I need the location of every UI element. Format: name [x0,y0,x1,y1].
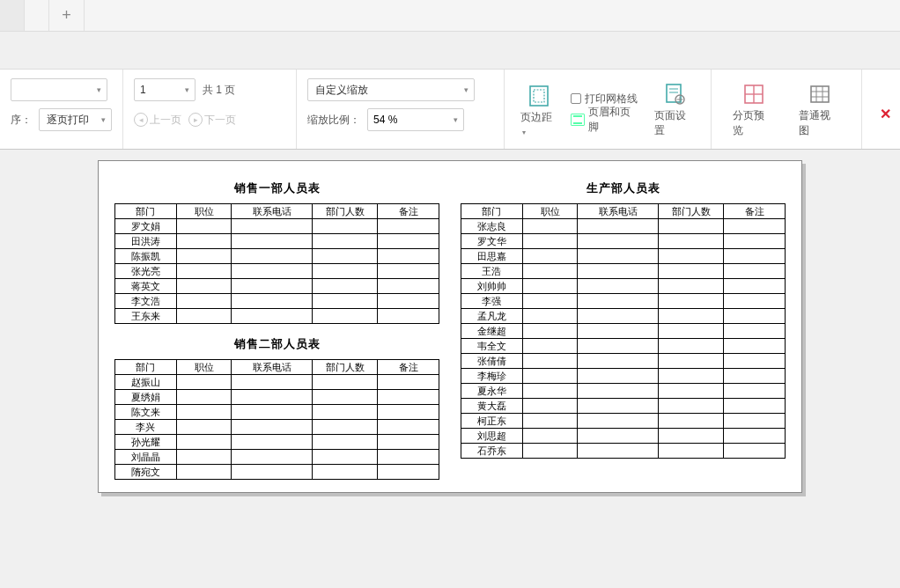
cell-empty [522,339,578,354]
next-page-button[interactable]: ▸ 下一页 [188,113,236,128]
unnamed-select[interactable]: ▾ [11,78,107,101]
prev-page-button[interactable]: ◂ 上一页 [134,113,181,128]
cell-empty [724,354,786,369]
chevron-down-icon: ▾ [96,115,106,124]
cell-name: 张志良 [461,219,523,234]
tab-active-blank[interactable] [0,0,25,31]
cell-empty [378,264,439,279]
cell-empty [232,390,313,405]
table-row: 柯正东 [461,414,786,429]
table-row: 石乔东 [461,444,786,459]
cell-empty [313,420,378,435]
cell-name: 蒋英文 [115,279,177,294]
tab-blank-2[interactable] [25,0,49,31]
cell-empty [176,375,232,390]
cell-empty [578,324,659,339]
cell-empty [578,399,659,414]
pagebreak-preview-button[interactable]: 分页预览 [724,78,783,140]
cell-empty [522,369,578,384]
table-row: 蒋英文 [115,279,439,294]
table-row: 陈振凯 [115,249,439,264]
cell-empty [659,234,724,249]
cell-empty [378,450,439,465]
cell-empty [522,324,578,339]
normal-view-button[interactable]: 普通视图 [790,78,849,140]
sales1-table: 部门职位联系电话部门人数备注 罗文娟田洪涛陈振凯张光亮蒋英文李文浩王东来 [114,203,439,324]
cell-empty [313,249,378,264]
table-row: 陈文来 [115,405,439,420]
cell-empty [176,309,232,324]
cell-empty [378,279,439,294]
new-tab-button[interactable]: + [49,0,85,31]
cell-name: 刘帅帅 [461,279,523,294]
cell-empty [313,234,378,249]
close-preview-button[interactable]: ✕ [871,95,900,124]
cell-empty [522,384,578,399]
cell-empty [378,420,439,435]
table-row: 隋宛文 [115,465,439,480]
cell-name: 韦全文 [461,339,523,354]
cell-empty [232,420,313,435]
cell-empty [176,294,232,309]
table-row: 罗文华 [461,234,786,249]
cell-empty [232,450,313,465]
table-row: 孙光耀 [115,435,439,450]
cell-empty [522,354,578,369]
cell-empty [378,234,439,249]
page-number-input[interactable]: 1 ▾ [134,78,195,101]
table-row: 夏绣娟 [115,390,439,405]
cell-empty [378,375,439,390]
zoom-mode-select[interactable]: 自定义缩放 ▾ [307,78,475,101]
table-header: 部门 [115,360,177,375]
print-order-select[interactable]: 逐页打印 ▾ [39,108,112,131]
cell-name: 孙光耀 [115,435,177,450]
cell-empty [724,369,786,384]
cell-empty [724,324,786,339]
header-footer-button[interactable]: 页眉和页脚 [571,111,639,129]
table-header: 备注 [378,204,439,219]
cell-empty [724,429,786,444]
plus-icon: + [62,6,71,25]
table-row: 罗文娟 [115,219,439,234]
table-header: 备注 [378,360,439,375]
margins-button[interactable]: 页边距▾ [512,80,565,139]
table-header: 职位 [176,360,232,375]
table-header: 职位 [176,204,232,219]
cell-empty [578,369,659,384]
cell-empty [724,249,786,264]
cell-empty [659,399,724,414]
chevron-down-icon: ▾ [185,85,189,94]
cell-empty [522,429,578,444]
cell-empty [578,414,659,429]
table-header: 职位 [522,204,578,219]
cell-empty [522,234,578,249]
cell-empty [232,279,313,294]
chevron-down-icon: ▾ [522,129,526,136]
zoom-percent-input[interactable]: 54 % ▾ [367,108,464,131]
cell-empty [578,429,659,444]
zoom-ratio-label: 缩放比例： [307,113,360,128]
cell-empty [659,414,724,429]
chevron-down-icon: ▾ [459,85,468,94]
svg-rect-1 [534,90,544,102]
table-row: 刘晶晶 [115,450,439,465]
cell-name: 李兴 [115,420,177,435]
page-setup-button[interactable]: 页面设置 [645,78,705,140]
table-row: 李梅珍 [461,369,786,384]
table-row: 田思嘉 [461,249,786,264]
cell-name: 王浩 [461,264,523,279]
tab-bar: + [0,0,900,32]
cell-name: 刘思超 [461,429,523,444]
cell-empty [313,405,378,420]
sales1-title: 销售一部人员表 [114,180,439,196]
cell-empty [578,294,659,309]
page-setup-icon [662,82,687,107]
chevron-down-icon: ▾ [454,115,458,124]
print-order-value: 逐页打印 [47,113,89,128]
table-row: 李强 [461,294,786,309]
cell-empty [313,279,378,294]
cell-empty [232,249,313,264]
cell-name: 夏绣娟 [115,390,177,405]
table-row: 刘帅帅 [461,279,786,294]
cell-name: 柯正东 [461,414,523,429]
